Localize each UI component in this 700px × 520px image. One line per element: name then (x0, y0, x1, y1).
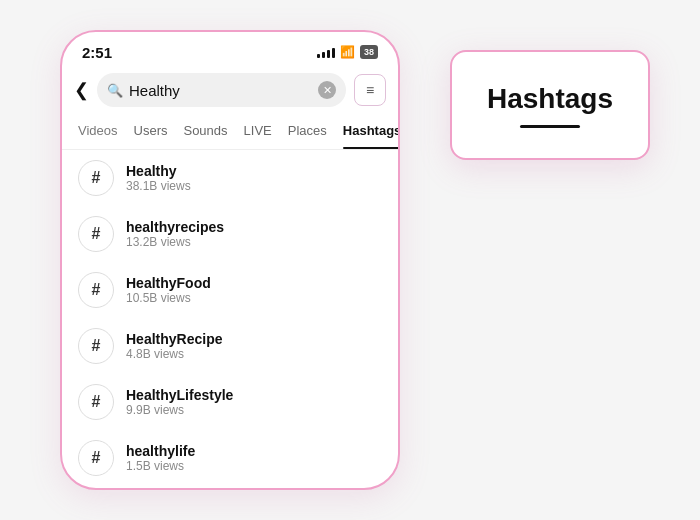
hashtag-item-2[interactable]: # HealthyFood 10.5B views (62, 262, 398, 318)
hashtag-views-4: 9.9B views (126, 403, 382, 417)
back-button[interactable]: ❮ (74, 79, 89, 101)
hashtags-tooltip-card: Hashtags (450, 50, 650, 160)
signal-icon (317, 46, 335, 58)
status-time: 2:51 (82, 44, 112, 61)
hashtag-list: # Healthy 38.1B views # healthyrecipes 1… (62, 150, 398, 488)
filter-button[interactable]: ≡ (354, 74, 386, 106)
hashtag-views-0: 38.1B views (126, 179, 382, 193)
hashtag-name-5: healthylife (126, 443, 382, 459)
hashtag-item-3[interactable]: # HealthyRecipe 4.8B views (62, 318, 398, 374)
hashtags-card-divider (520, 125, 580, 128)
hashtag-views-2: 10.5B views (126, 291, 382, 305)
hashtag-views-1: 13.2B views (126, 235, 382, 249)
hash-icon-5: # (78, 440, 114, 476)
hashtag-name-0: Healthy (126, 163, 382, 179)
hashtag-item-0[interactable]: # Healthy 38.1B views (62, 150, 398, 206)
tab-places[interactable]: Places (280, 112, 335, 149)
hash-icon-0: # (78, 160, 114, 196)
hashtag-item-4[interactable]: # HealthyLifestyle 9.9B views (62, 374, 398, 430)
search-icon: 🔍 (107, 83, 123, 98)
wifi-icon: 📶 (340, 45, 355, 59)
scene: 2:51 📶 38 ❮ 🔍 Healthy ✕ (40, 20, 660, 500)
tab-hashtags[interactable]: Hashtags (335, 112, 398, 149)
battery-icon: 38 (360, 45, 378, 59)
hashtag-item-5[interactable]: # healthylife 1.5B views (62, 430, 398, 486)
tab-videos[interactable]: Videos (70, 112, 126, 149)
hashtag-name-3: HealthyRecipe (126, 331, 382, 347)
hash-icon-3: # (78, 328, 114, 364)
tab-live[interactable]: LIVE (236, 112, 280, 149)
search-bar: ❮ 🔍 Healthy ✕ ≡ (62, 68, 398, 112)
status-bar: 2:51 📶 38 (62, 32, 398, 68)
hashtag-views-3: 4.8B views (126, 347, 382, 361)
status-icons: 📶 38 (317, 45, 378, 59)
hashtag-name-4: HealthyLifestyle (126, 387, 382, 403)
hash-icon-4: # (78, 384, 114, 420)
hashtags-card-title: Hashtags (487, 83, 613, 115)
clear-search-button[interactable]: ✕ (318, 81, 336, 99)
hashtag-name-2: HealthyFood (126, 275, 382, 291)
tab-users[interactable]: Users (126, 112, 176, 149)
filter-icon: ≡ (366, 82, 374, 98)
hash-icon-2: # (78, 272, 114, 308)
phone-mockup: 2:51 📶 38 ❮ 🔍 Healthy ✕ (60, 30, 400, 490)
tabs-row: Videos Users Sounds LIVE Places Hashtags (62, 112, 398, 150)
hashtag-item-6[interactable]: # healthytips 758.7M views (62, 486, 398, 488)
hashtag-item-1[interactable]: # healthyrecipes 13.2B views (62, 206, 398, 262)
search-input-wrap[interactable]: 🔍 Healthy ✕ (97, 73, 346, 107)
tab-sounds[interactable]: Sounds (175, 112, 235, 149)
battery-level: 38 (364, 47, 374, 57)
hashtag-views-5: 1.5B views (126, 459, 382, 473)
search-query: Healthy (129, 82, 312, 99)
hash-icon-1: # (78, 216, 114, 252)
hashtag-name-1: healthyrecipes (126, 219, 382, 235)
